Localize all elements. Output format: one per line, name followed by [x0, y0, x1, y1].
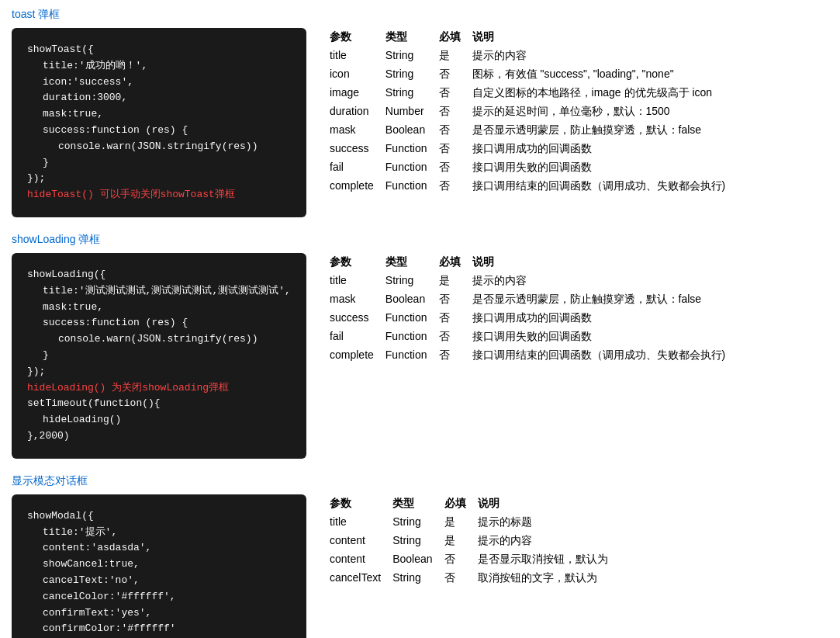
param-desc: 接口调用失败的回调函数	[472, 328, 738, 346]
code-line: }	[43, 155, 291, 172]
param-required: 是	[439, 272, 472, 290]
param-type: Boolean	[392, 550, 444, 569]
param-type: String	[385, 84, 439, 102]
code-line: content:'asdasda',	[43, 540, 291, 557]
col-header-type: 类型	[385, 253, 439, 272]
col-header-desc: 说明	[472, 28, 738, 47]
param-type: Boolean	[385, 121, 439, 140]
code-line: title:'成功的哟！',	[43, 58, 291, 75]
table-row: content String 是 提示的内容	[330, 532, 620, 550]
table-row: success Function 否 接口调用成功的回调函数	[330, 140, 737, 158]
col-header-param: 参数	[330, 253, 385, 272]
param-name: title	[330, 513, 392, 532]
param-name: content	[330, 550, 392, 569]
param-type: Number	[385, 102, 439, 121]
param-name: cancelText	[330, 569, 392, 588]
param-name: duration	[330, 102, 385, 121]
table-row: content Boolean 否 是否显示取消按钮，默认为	[330, 550, 620, 569]
param-required: 否	[444, 569, 478, 588]
param-required: 否	[439, 140, 472, 158]
table-row: complete Function 否 接口调用结束的回调函数（调用成功、失败都…	[330, 177, 737, 196]
param-name: image	[330, 84, 385, 102]
table-row: cancelText String 否 取消按钮的文字，默认为	[330, 569, 620, 588]
showloading-code-block: showLoading({ title:'测试测试测试,测试测试测试,测试测试测…	[12, 253, 306, 459]
code-line: showToast({	[27, 42, 291, 58]
showloading-section: showLoading 弹框 showLoading({ title:'测试测试…	[12, 233, 828, 459]
col-header-type: 类型	[385, 28, 439, 47]
code-line: title:'测试测试测试,测试测试测试,测试测试测试',	[43, 283, 291, 300]
param-desc: 提示的内容	[478, 532, 620, 550]
showloading-content: showLoading({ title:'测试测试测试,测试测试测试,测试测试测…	[12, 253, 828, 459]
param-desc: 图标，有效值 "success", "loading", "none"	[472, 65, 738, 84]
param-desc: 提示的内容	[472, 272, 738, 290]
param-type: Function	[385, 309, 439, 328]
param-type: String	[392, 532, 444, 550]
param-desc: 提示的标题	[478, 513, 620, 532]
param-required: 否	[439, 158, 472, 177]
code-line: },2000)	[27, 428, 291, 445]
code-line: cancelText:'no',	[43, 573, 291, 589]
param-type: Boolean	[385, 290, 439, 309]
param-desc: 接口调用结束的回调函数（调用成功、失败都会执行)	[472, 177, 738, 196]
param-desc: 是否显示取消按钮，默认为	[478, 550, 620, 569]
param-name: fail	[330, 158, 385, 177]
code-line: mask:true,	[43, 106, 291, 123]
showmodal-section: 显示模态对话框 showModal({ title:'提示', content:…	[12, 474, 828, 638]
code-line: console.warn(JSON.stringify(res))	[58, 331, 291, 348]
toast-content: showToast({ title:'成功的哟！', icon:'success…	[12, 28, 828, 217]
param-required: 是	[444, 513, 478, 532]
param-required: 否	[439, 65, 472, 84]
param-name: content	[330, 532, 392, 550]
param-type: String	[392, 513, 444, 532]
col-header-required: 必填	[439, 253, 472, 272]
toast-params-table: 参数 类型 必填 说明 title String 是 提示的内容 icon	[330, 28, 828, 196]
code-line: console.warn(JSON.stringify(res))	[58, 139, 291, 155]
param-required: 是	[439, 47, 472, 65]
showmodal-code-block: showModal({ title:'提示', content:'asdasda…	[12, 494, 306, 638]
param-name: success	[330, 309, 385, 328]
col-header-type: 类型	[392, 494, 444, 513]
col-header-param: 参数	[330, 494, 392, 513]
param-desc: 是否显示透明蒙层，防止触摸穿透，默认：false	[472, 290, 738, 309]
code-line: cancelColor:'#ffffff',	[43, 589, 291, 605]
param-desc: 接口调用成功的回调函数	[472, 309, 738, 328]
param-required: 否	[439, 121, 472, 140]
code-line: showCancel:true,	[43, 557, 291, 573]
param-required: 是	[444, 532, 478, 550]
toast-code-block: showToast({ title:'成功的哟！', icon:'success…	[12, 28, 306, 217]
showmodal-link[interactable]: 显示模态对话框	[12, 474, 828, 488]
code-line: });	[27, 171, 291, 187]
param-type: Function	[385, 177, 439, 196]
code-line: hideLoading()	[43, 412, 291, 428]
table-row: complete Function 否 接口调用结束的回调函数（调用成功、失败都…	[330, 346, 737, 365]
col-header-required: 必填	[444, 494, 478, 513]
table-row: mask Boolean 否 是否显示透明蒙层，防止触摸穿透，默认：false	[330, 121, 737, 140]
param-name: fail	[330, 328, 385, 346]
param-desc: 提示的延迟时间，单位毫秒，默认：1500	[472, 102, 738, 121]
param-required: 否	[439, 328, 472, 346]
param-required: 否	[439, 102, 472, 121]
code-line: duration:3000,	[43, 90, 291, 106]
param-name: title	[330, 47, 385, 65]
table-row: success Function 否 接口调用成功的回调函数	[330, 309, 737, 328]
showloading-link[interactable]: showLoading 弹框	[12, 233, 828, 247]
param-desc: 是否显示透明蒙层，防止触摸穿透，默认：false	[472, 121, 738, 140]
code-line: icon:'success',	[43, 75, 291, 91]
code-line: confirmText:'yes',	[43, 605, 291, 622]
param-name: complete	[330, 346, 385, 365]
param-required: 否	[439, 177, 472, 196]
param-name: success	[330, 140, 385, 158]
toast-link[interactable]: toast 弹框	[12, 8, 828, 22]
col-header-desc: 说明	[478, 494, 620, 513]
param-type: String	[385, 65, 439, 84]
table-row: title String 是 提示的内容	[330, 47, 737, 65]
param-name: icon	[330, 65, 385, 84]
showmodal-content: showModal({ title:'提示', content:'asdasda…	[12, 494, 828, 638]
param-desc: 取消按钮的文字，默认为	[478, 569, 620, 588]
param-type: Function	[385, 140, 439, 158]
toast-section: toast 弹框 showToast({ title:'成功的哟！', icon…	[12, 8, 828, 217]
code-line-red: hideLoading() 为关闭showLoading弹框	[27, 380, 291, 397]
code-line: showModal({	[27, 508, 291, 525]
table-row: fail Function 否 接口调用失败的回调函数	[330, 158, 737, 177]
param-required: 否	[439, 309, 472, 328]
